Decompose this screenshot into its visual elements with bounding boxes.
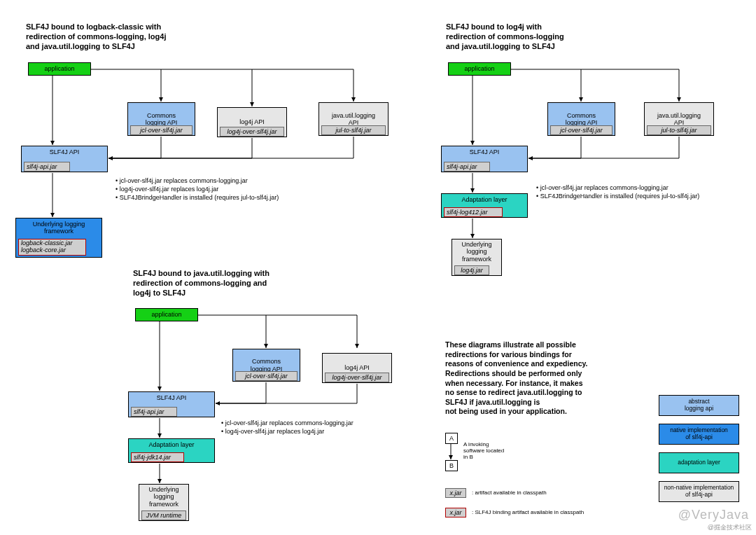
d1-app: application [28,62,91,76]
legend-abstract: abstract logging api [659,395,739,416]
d2-log4j-jar: log4j-over-slf4j.jar [325,373,389,382]
d2-adapt-jar: slf4j-jdk14.jar [131,452,184,462]
d3-framework-jar: log4j.jar [454,265,489,275]
d2-framework-jar: JVM runtime [141,510,186,520]
legend-xjar2: x.jar [445,508,466,517]
d3-slf4j-jar: slf4j-api.jar [444,162,490,172]
d2-commons-jar: jcl-over-slf4j.jar [235,371,298,381]
d1-jul-jar: jul-to-slf4j.jar [321,125,386,135]
legend-native: native implementation of slf4j-api [659,424,739,445]
d3-adapt-jar: slf4j-log412.jar [444,207,503,217]
legend-adapt: adaptation layer [659,452,739,473]
d3-app: application [448,62,511,76]
d3-commons-jar: jcl-over-slf4j.jar [550,125,612,135]
legend-xjar: x.jar [445,488,466,498]
connectors [0,0,756,535]
watermark: @VeryJava [678,508,749,522]
d2-bullets: • jcl-over-slf4j.jar replaces commons-lo… [221,419,354,436]
d1-commons-jar: jcl-over-slf4j.jar [130,125,192,135]
d1-slf4j-jar: slf4j-api.jar [24,162,70,172]
legend-a: A [445,433,458,444]
d3-bullets: • jcl-over-slf4j.jar replaces commons-lo… [536,183,699,200]
d1-log4j-jar: log4j-over-slf4j.jar [220,127,284,137]
d1-title: SLF4J bound to logback-classic with redi… [26,22,166,51]
d1-framework-jar: logback-classic.jar logback-core.jar [18,239,86,256]
legend-ab-text: A invoking software located in B [463,441,504,460]
legend-b: B [445,460,458,471]
d3-title: SLF4J bound to log4j with redirection of… [446,22,564,51]
description: These diagrams illustrate all possible r… [445,340,587,417]
d2-app: application [135,308,198,321]
watermark2: @掘金技术社区 [708,523,752,532]
legend-nonnative: non-native implementation of slf4j-api [659,481,739,502]
d1-bullets: • jcl-over-slf4j.jar replaces commons-lo… [115,176,279,202]
legend-xjar-text: : artifact available in classpath [472,489,547,496]
legend-xjar2-text: : SLF4J binding artifact available in cl… [472,509,584,515]
d2-slf4j-jar: slf4j-api.jar [131,407,177,417]
d3-jul-jar: jul-to-slf4j.jar [647,125,711,135]
d2-title: SLF4J bound to java.util.logging with re… [133,269,270,298]
